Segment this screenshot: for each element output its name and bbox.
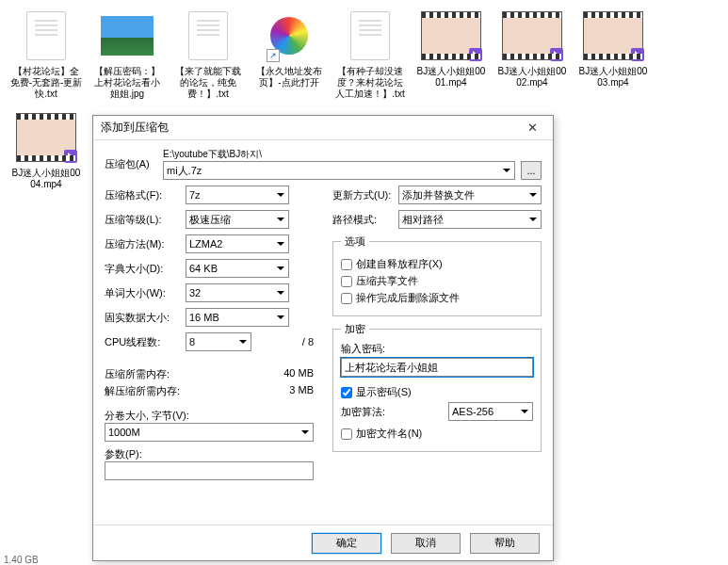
cpu-max: / 8 — [302, 336, 314, 347]
archive-file-select[interactable]: mi人.7z — [163, 161, 515, 180]
mem-compress-label: 压缩所需内存: — [105, 367, 170, 381]
update-select[interactable]: 添加并替换文件 — [398, 186, 542, 204]
image-thumbnail — [101, 16, 154, 56]
video-thumbnail — [421, 11, 481, 60]
file-item[interactable]: 【村花论坛】全免费-无套路-更新快.txt — [8, 4, 85, 102]
show-password-checkbox[interactable]: 显示密码(S) — [341, 385, 533, 399]
add-to-archive-dialog: 添加到压缩包 ✕ 压缩包(A) E:\youtube下载\BJ하지\ mi人.7… — [92, 115, 554, 561]
word-select[interactable]: 32 — [186, 283, 289, 302]
dict-select[interactable]: 64 KB — [186, 259, 289, 278]
right-column: 更新方式(U):添加并替换文件 路径模式:相对路径 选项 创建自释放程序(X) … — [332, 186, 542, 480]
video-thumbnail — [502, 11, 562, 60]
word-label: 单词大小(W): — [105, 286, 180, 300]
mem-compress-value: 40 MB — [283, 367, 314, 381]
file-item[interactable]: BJ迷人小姐姐0002.mp4 — [493, 4, 571, 102]
close-button[interactable]: ✕ — [517, 119, 547, 137]
encryption-group: 加密 输入密码: 显示密码(S) 加密算法:AES-256 加密文件名(N) — [332, 322, 542, 452]
cpu-label: CPU线程数: — [105, 335, 180, 349]
params-label: 参数(P): — [105, 447, 314, 461]
file-item[interactable]: 【解压密码：】上村花论坛看小姐姐.jpg — [89, 4, 166, 102]
text-file-icon — [188, 11, 228, 60]
text-file-icon — [350, 11, 390, 60]
solid-label: 固实数据大小: — [105, 311, 180, 325]
method-label: 压缩方法(M): — [105, 237, 180, 251]
sfx-checkbox[interactable]: 创建自释放程序(X) — [341, 257, 533, 271]
split-select[interactable]: 1000M — [105, 423, 314, 442]
level-label: 压缩等级(L): — [105, 213, 180, 227]
dict-label: 字典大小(D): — [105, 262, 180, 276]
level-select[interactable]: 极速压缩 — [186, 210, 289, 229]
encrypt-names-checkbox[interactable]: 加密文件名(N) — [341, 427, 533, 441]
help-button[interactable]: 帮助 — [470, 533, 540, 554]
cpu-select[interactable]: 8 — [186, 332, 251, 351]
play-icon — [469, 48, 482, 61]
dialog-title: 添加到压缩包 — [101, 120, 169, 136]
file-item[interactable]: BJ迷人小姐姐0003.mp4 — [574, 4, 652, 102]
path-select[interactable]: 相对路径 — [398, 210, 542, 229]
play-icon — [631, 48, 644, 61]
file-label: BJ迷人小姐姐0001.mp4 — [414, 66, 488, 89]
file-item[interactable]: BJ迷人小姐姐0001.mp4 — [413, 4, 490, 102]
solid-select[interactable]: 16 MB — [186, 308, 289, 327]
encryption-legend: 加密 — [341, 322, 369, 336]
mem-decompress-label: 解压缩所需内存: — [105, 384, 180, 398]
shortcut-arrow-icon: ↗ — [267, 49, 280, 62]
archive-path: E:\youtube下载\BJ하지\ — [163, 148, 542, 161]
params-input[interactable] — [105, 461, 314, 480]
enc-method-select[interactable]: AES-256 — [448, 402, 533, 421]
dialog-footer: 确定 取消 帮助 — [93, 525, 553, 560]
file-label: 【村花论坛】全免费-无套路-更新快.txt — [9, 66, 83, 100]
archive-label: 压缩包(A) — [105, 157, 157, 171]
options-group: 选项 创建自释放程序(X) 压缩共享文件 操作完成后删除源文件 — [332, 234, 542, 316]
file-label: BJ迷人小姐姐0002.mp4 — [495, 66, 569, 89]
split-label: 分卷大小, 字节(V): — [105, 409, 314, 423]
share-checkbox[interactable]: 压缩共享文件 — [341, 274, 533, 288]
file-item[interactable]: BJ迷人小姐姐0004.mp4 — [8, 105, 85, 192]
delete-checkbox[interactable]: 操作完成后删除源文件 — [341, 291, 533, 305]
browse-button[interactable]: ... — [521, 161, 542, 180]
file-label: 【解压密码：】上村花论坛看小姐姐.jpg — [90, 66, 164, 100]
play-icon — [64, 150, 77, 163]
file-label: BJ迷人小姐姐0003.mp4 — [576, 66, 650, 89]
enc-method-label: 加密算法: — [341, 405, 443, 419]
file-item[interactable]: 【有种子却没速度？来村花论坛人工加速！】.txt — [332, 4, 409, 102]
file-label: BJ迷人小姐姐0004.mp4 — [9, 168, 83, 190]
file-label: 【永久地址发布页】-点此打开 — [252, 66, 326, 89]
mem-decompress-value: 3 MB — [289, 384, 314, 398]
dialog-body: 压缩包(A) E:\youtube下载\BJ하지\ mi人.7z ... 压缩格… — [93, 140, 553, 525]
left-column: 压缩格式(F):7z 压缩等级(L):极速压缩 压缩方法(M):LZMA2 字典… — [105, 186, 314, 480]
text-file-icon — [26, 11, 66, 60]
format-label: 压缩格式(F): — [105, 188, 180, 202]
file-item[interactable]: 【来了就能下载的论坛，纯免费！】.txt — [170, 4, 247, 102]
update-label: 更新方式(U): — [332, 188, 393, 202]
play-icon — [550, 48, 563, 61]
password-label: 输入密码: — [341, 342, 533, 356]
file-label: 【来了就能下载的论坛，纯免费！】.txt — [171, 66, 245, 100]
file-item[interactable]: ↗【永久地址发布页】-点此打开 — [251, 4, 328, 102]
password-input[interactable] — [341, 358, 533, 377]
video-thumbnail — [16, 113, 76, 162]
file-label: 【有种子却没速度？来村花论坛人工加速！】.txt — [333, 66, 407, 100]
video-thumbnail — [583, 11, 643, 60]
format-select[interactable]: 7z — [186, 186, 289, 204]
status-bar: 1.40 GB — [4, 555, 39, 565]
dialog-titlebar: 添加到压缩包 ✕ — [93, 116, 553, 140]
method-select[interactable]: LZMA2 — [186, 234, 289, 253]
path-label: 路径模式: — [332, 213, 393, 227]
ok-button[interactable]: 确定 — [312, 533, 381, 554]
cancel-button[interactable]: 取消 — [391, 533, 461, 554]
options-legend: 选项 — [341, 234, 369, 249]
